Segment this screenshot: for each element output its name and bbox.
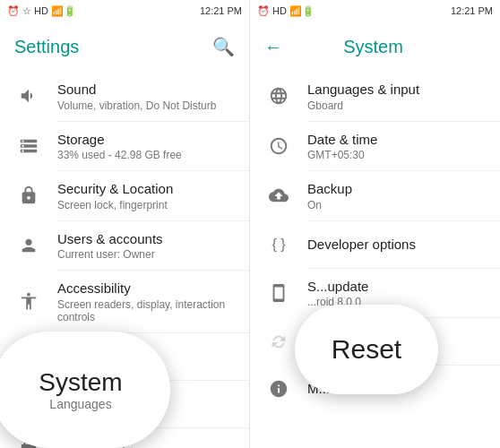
users-icon <box>14 236 43 255</box>
datetime-subtitle: GMT+05:30 <box>307 149 486 161</box>
settings-item-sound[interactable]: Sound Volume, vibration, Do Not Disturb <box>0 72 249 121</box>
accessibility-subtitle: Screen readers, display, interaction con… <box>57 298 235 323</box>
datetime-text: Date & time GMT+05:30 <box>307 131 486 162</box>
reset-bubble: Reset <box>295 305 438 394</box>
right-alarm-icon: ⏰ <box>257 5 270 17</box>
system-tooltip: System Languages <box>0 332 170 448</box>
sound-title: Sound <box>57 81 235 99</box>
sound-text: Sound Volume, vibration, Do Not Disturb <box>57 81 235 112</box>
settings-item-users[interactable]: Users & accounts Current user: Owner <box>0 221 249 271</box>
storage-subtitle: 33% used - 42.98 GB free <box>57 149 235 161</box>
developer-icon: { } <box>264 237 293 253</box>
info-icon <box>264 379 293 399</box>
hd-label: ☆ HD <box>22 5 48 17</box>
backup-subtitle: On <box>307 199 486 211</box>
settings-item-storage[interactable]: Storage 33% used - 42.98 GB free <box>0 122 249 171</box>
settings-item-developer[interactable]: { } Developer options <box>250 221 500 268</box>
backup-icon <box>264 185 293 205</box>
back-button[interactable]: ← <box>264 37 282 57</box>
security-text: Security & Location Screen lock, fingerp… <box>57 180 235 211</box>
users-text: Users & accounts Current user: Owner <box>57 230 235 262</box>
right-panel: ⏰ HD 📶🔋 12:21 PM ← System Languages & in… <box>250 0 500 448</box>
right-hd-label: HD <box>272 5 287 16</box>
right-status-left: ⏰ HD 📶🔋 <box>257 5 315 17</box>
accessibility-icon <box>14 291 43 311</box>
search-icon[interactable]: 🔍 <box>212 36 235 57</box>
security-title: Security & Location <box>57 180 235 198</box>
languages-text: Languages & input Gboard <box>307 81 486 112</box>
tooltip-sub-text: Languages <box>49 397 111 411</box>
settings-item-accessibility[interactable]: Accessibility Screen readers, display, i… <box>0 271 249 332</box>
reset-bubble-text: Reset <box>332 334 401 365</box>
right-header: ← System <box>250 22 500 72</box>
update-title: S...update <box>307 278 486 296</box>
security-subtitle: Screen lock, fingerprint <box>57 199 235 211</box>
status-left-icons: ⏰ ☆ HD 📶🔋 <box>7 5 76 17</box>
reset-icon <box>264 332 293 351</box>
left-time: 12:21 PM <box>200 5 242 16</box>
tooltip-main-text: System <box>39 368 122 397</box>
update-text: S...update ...roid 8.0.0 <box>307 278 486 309</box>
languages-title: Languages & input <box>307 81 486 99</box>
users-subtitle: Current user: Owner <box>57 248 235 261</box>
sound-subtitle: Volume, vibration, Do Not Disturb <box>57 99 235 112</box>
right-status-bar: ⏰ HD 📶🔋 12:21 PM <box>250 0 500 22</box>
settings-item-languages[interactable]: Languages & input Gboard <box>250 72 500 121</box>
accessibility-title: Accessibility <box>57 280 235 297</box>
settings-item-backup[interactable]: Backup On <box>250 171 500 220</box>
left-status-bar: ⏰ ☆ HD 📶🔋 12:21 PM <box>0 0 249 22</box>
alarm-icon: ⏰ <box>7 5 20 17</box>
right-time: 12:21 PM <box>451 5 493 16</box>
left-panel: ⏰ ☆ HD 📶🔋 12:21 PM Settings 🔍 Sound Volu… <box>0 0 250 448</box>
settings-title: Settings <box>14 37 79 57</box>
backup-title: Backup <box>307 180 486 198</box>
languages-subtitle: Gboard <box>307 99 486 112</box>
system-page-title: System <box>343 37 403 57</box>
settings-item-datetime[interactable]: Date & time GMT+05:30 <box>250 122 500 171</box>
lock-icon <box>14 185 43 205</box>
update-icon <box>264 283 293 303</box>
settings-item-security[interactable]: Security & Location Screen lock, fingerp… <box>0 171 249 220</box>
storage-title: Storage <box>57 131 235 149</box>
developer-text: Developer options <box>307 236 486 254</box>
backup-text: Backup On <box>307 180 486 211</box>
users-title: Users & accounts <box>57 230 235 248</box>
storage-icon <box>14 136 43 156</box>
datetime-title: Date & time <box>307 131 486 149</box>
signal-icons: 📶🔋 <box>51 5 76 17</box>
storage-text: Storage 33% used - 42.98 GB free <box>57 131 235 162</box>
right-signal-icons: 📶🔋 <box>289 5 315 17</box>
left-header: Settings 🔍 <box>0 22 249 72</box>
clock-icon <box>264 136 293 156</box>
volume-icon <box>14 86 43 106</box>
accessibility-text: Accessibility Screen readers, display, i… <box>57 280 235 323</box>
globe-icon <box>264 86 293 106</box>
developer-title: Developer options <box>307 236 486 254</box>
